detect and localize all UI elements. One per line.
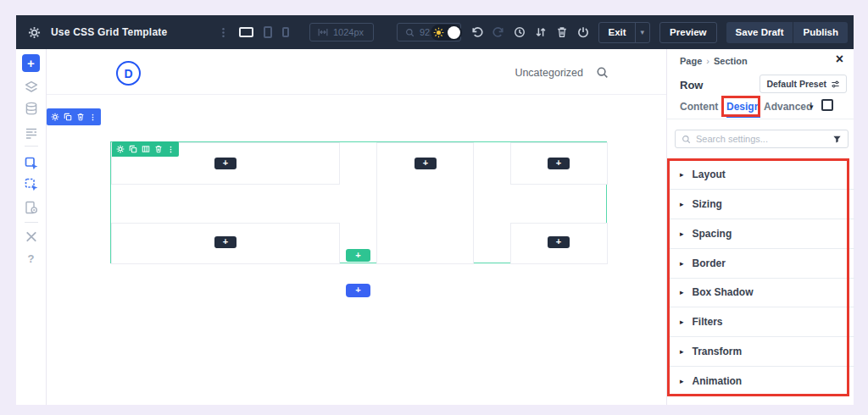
expand-triangle-icon: ▸ xyxy=(680,288,684,296)
wireframe-view-icon[interactable] xyxy=(25,126,38,140)
topbar-right-group: Exit ▾ Preview Save Draft Publish xyxy=(431,15,848,49)
help-icon[interactable]: ? xyxy=(28,252,35,265)
save-publish-group: Save Draft Publish xyxy=(726,22,848,43)
page-settings-gear-icon[interactable] xyxy=(28,26,41,39)
preset-label: Default Preset xyxy=(766,79,826,89)
row-columns-icon[interactable] xyxy=(142,145,150,153)
default-preset-button[interactable]: Default Preset xyxy=(760,75,847,93)
canvas-width-field[interactable]: 1024px xyxy=(309,23,374,42)
tab-design[interactable]: Design xyxy=(726,101,760,118)
tab-advanced[interactable]: Advanced xyxy=(764,101,812,113)
save-draft-button[interactable]: Save Draft xyxy=(726,22,793,43)
filter-funnel-icon[interactable] xyxy=(832,135,842,144)
tabs-caret-icon[interactable]: ▾ xyxy=(810,102,814,111)
section-more-dots-icon[interactable] xyxy=(89,113,97,122)
row-toolbar xyxy=(112,141,179,157)
light-dark-toggle[interactable] xyxy=(431,25,462,41)
builder-topbar: Use CSS Grid Template 1024px 92.968... xyxy=(16,15,854,49)
preview-button[interactable]: Preview xyxy=(659,22,716,43)
click-mode-icon[interactable] xyxy=(25,157,38,170)
page-title: Use CSS Grid Template xyxy=(51,26,167,38)
desktop-view-icon[interactable] xyxy=(239,27,253,37)
sun-icon xyxy=(433,27,444,38)
breadcrumb-section-link[interactable]: Section xyxy=(714,56,748,66)
page-canvas: D Uncategorized + + xyxy=(47,49,666,405)
add-module-plus-button[interactable]: + xyxy=(548,158,570,169)
search-settings-input[interactable] xyxy=(696,134,827,144)
accordion-item-border[interactable]: ▸Border xyxy=(667,248,854,278)
tab-content[interactable]: Content xyxy=(680,101,718,113)
accordion-item-animation[interactable]: ▸Animation xyxy=(667,366,854,396)
accordion-item-box-shadow[interactable]: ▸Box Shadow xyxy=(667,278,854,307)
expand-view-icon[interactable] xyxy=(821,99,833,111)
width-arrows-icon xyxy=(318,27,328,37)
add-module-plus-button[interactable]: + xyxy=(548,236,570,248)
topbar-center-group: 1024px 92.968... xyxy=(218,15,461,49)
undo-icon[interactable] xyxy=(471,26,483,38)
section-settings-gear-icon[interactable] xyxy=(51,113,59,121)
expand-triangle-icon: ▸ xyxy=(680,200,684,208)
header-divider xyxy=(47,94,666,95)
page-preview-icon[interactable] xyxy=(25,201,38,214)
builder-window: Use CSS Grid Template 1024px 92.968... xyxy=(16,15,854,405)
add-section-plus-button[interactable]: + xyxy=(346,284,370,297)
expand-triangle-icon: ▸ xyxy=(680,347,684,356)
accordion-item-sizing[interactable]: ▸Sizing xyxy=(667,189,854,219)
exit-button[interactable]: Exit xyxy=(599,23,634,42)
add-module-button[interactable]: + xyxy=(22,54,40,72)
exit-split-button: Exit ▾ xyxy=(598,22,650,43)
hover-mode-icon[interactable] xyxy=(25,178,38,191)
sidebar-divider xyxy=(25,146,38,147)
canvas-width-value: 1024px xyxy=(333,27,364,37)
breadcrumb: Page › Section xyxy=(680,56,748,66)
css-grid-row: + + + + + xyxy=(110,141,607,263)
accordion-item-spacing[interactable]: ▸Spacing xyxy=(667,219,854,248)
tools-icon[interactable] xyxy=(25,230,37,243)
add-module-plus-button[interactable]: + xyxy=(214,236,236,248)
toggle-knob xyxy=(448,26,460,39)
section-toolbar xyxy=(47,108,101,125)
row-more-dots-icon[interactable] xyxy=(167,145,175,154)
exit-caret-icon[interactable]: ▾ xyxy=(635,23,650,42)
design-accordion: ▸Layout ▸Sizing ▸Spacing ▸Border ▸Box Sh… xyxy=(667,160,854,396)
close-icon[interactable]: × xyxy=(836,53,843,66)
settings-panel: Page › Section × Row Default Preset Cont… xyxy=(666,49,854,405)
accordion-item-transform[interactable]: ▸Transform xyxy=(667,336,854,366)
expand-triangle-icon: ▸ xyxy=(680,377,684,385)
more-options-dots-icon[interactable] xyxy=(218,27,229,38)
settings-search xyxy=(675,130,849,148)
publish-button[interactable]: Publish xyxy=(793,22,848,43)
accordion-item-layout[interactable]: ▸Layout xyxy=(667,160,854,189)
portability-power-icon[interactable] xyxy=(577,26,589,38)
zoom-magnifier-icon xyxy=(405,28,415,37)
phone-view-icon[interactable] xyxy=(282,27,289,37)
add-module-plus-button[interactable]: + xyxy=(415,158,437,169)
expand-triangle-icon: ▸ xyxy=(680,259,684,268)
row-duplicate-icon[interactable] xyxy=(129,145,137,153)
expand-triangle-icon: ▸ xyxy=(680,318,684,326)
element-label: Row xyxy=(680,79,703,91)
accordion-item-filters[interactable]: ▸Filters xyxy=(667,307,854,336)
row-settings-gear-icon[interactable] xyxy=(116,145,125,153)
add-row-plus-button[interactable]: + xyxy=(346,249,370,262)
layers-icon[interactable] xyxy=(25,80,38,94)
section-duplicate-icon[interactable] xyxy=(64,113,72,121)
canvas-meta: Uncategorized xyxy=(515,66,609,79)
sidebar-divider xyxy=(25,222,38,223)
breadcrumb-separator: › xyxy=(706,56,709,66)
canvas-search-icon[interactable] xyxy=(596,66,609,79)
trash-icon[interactable] xyxy=(556,26,568,38)
sort-updown-icon[interactable] xyxy=(535,26,547,38)
expand-triangle-icon: ▸ xyxy=(680,170,684,179)
history-clock-icon[interactable] xyxy=(514,26,526,38)
tabs-divider xyxy=(667,119,854,119)
section-trash-icon[interactable] xyxy=(76,113,85,121)
add-module-plus-button[interactable]: + xyxy=(214,158,236,169)
logo-letter: D xyxy=(124,67,132,80)
redo-icon[interactable] xyxy=(492,26,504,38)
row-trash-icon[interactable] xyxy=(154,145,163,153)
expand-triangle-icon: ▸ xyxy=(680,230,684,238)
breadcrumb-page-link[interactable]: Page xyxy=(680,56,702,66)
tablet-view-icon[interactable] xyxy=(264,26,272,38)
library-database-icon[interactable] xyxy=(25,102,38,115)
